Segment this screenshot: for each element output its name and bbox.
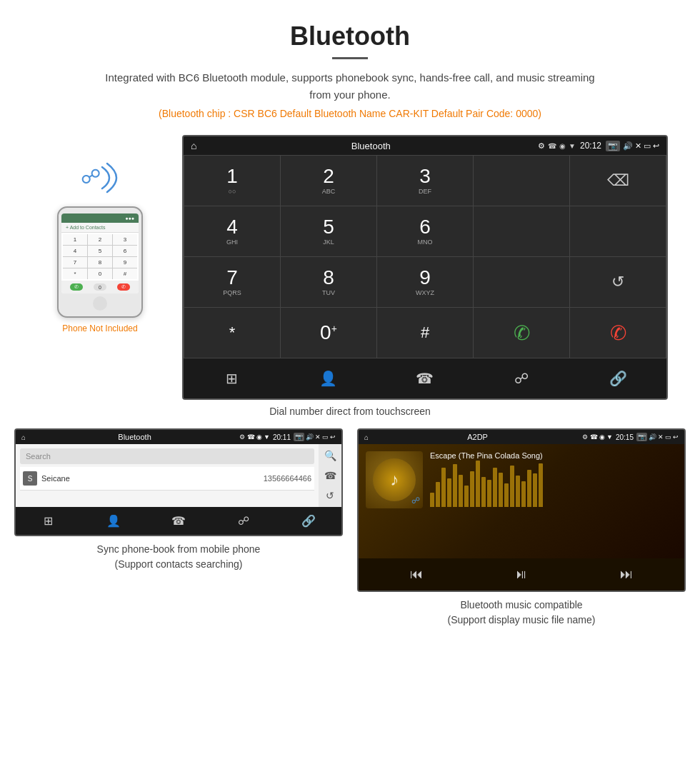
pb-phone-icon[interactable]: ☎ (146, 511, 211, 531)
phone-keypad: 1 2 3 4 5 6 7 8 9 * 0 # (63, 234, 137, 279)
phone-key: 4 (63, 246, 87, 256)
music-wifi-icon: ▼ (606, 433, 613, 441)
dial-key-6[interactable]: 6 MNO (377, 206, 473, 256)
dial-key-star[interactable]: * (184, 308, 280, 358)
camera-icon[interactable]: 📷 (606, 141, 620, 151)
dial-key-delete[interactable]: ⌫ (570, 156, 666, 206)
dial-screen-area: ⌂ Bluetooth ⚙ ☎ ◉ ▼ 20:12 📷 🔊 ✕ ▭ ↩ (182, 135, 668, 400)
usb-icon: ⚙ (538, 141, 545, 151)
pb-main-content: Search S Seicane 13566664466 (16, 444, 319, 507)
phone-key: 5 (88, 246, 112, 256)
phone-key: 3 (113, 234, 137, 245)
eq-bar (510, 466, 514, 507)
dial-key-0[interactable]: 0+ (281, 308, 376, 358)
dial-key-call-green[interactable]: ✆ (474, 308, 569, 358)
pb-contacts-icon[interactable]: 👤 (81, 511, 146, 531)
pb-statusbar: ⌂ Bluetooth ⚙ ☎ ◉ ▼ 20:11 📷 🔊 ✕ ▭ ↩ (16, 430, 341, 444)
dial-key-empty-2 (474, 206, 569, 256)
music-prev-button[interactable]: ⏮ (401, 564, 431, 585)
eq-bar (453, 464, 457, 507)
pb-x-icon[interactable]: ✕ (315, 433, 321, 441)
eq-bar (533, 473, 537, 507)
dial-key-3[interactable]: 3 DEF (377, 156, 473, 206)
music-album-art: ♪ ☍ (366, 451, 423, 508)
music-home-icon[interactable]: ⌂ (364, 433, 369, 441)
pb-link-icon[interactable]: 🔗 (276, 511, 341, 531)
back-icon[interactable]: ↩ (653, 141, 659, 151)
pb-title: Bluetooth (30, 433, 239, 441)
eq-bar (499, 473, 503, 507)
dial-key-empty-1 (474, 156, 569, 206)
dial-key-9[interactable]: 9 WXYZ (377, 257, 473, 307)
eq-bar (441, 468, 446, 507)
phone-key: # (113, 268, 137, 279)
phonebook-screen: ⌂ Bluetooth ⚙ ☎ ◉ ▼ 20:11 📷 🔊 ✕ ▭ ↩ Sear… (14, 428, 343, 536)
music-vol-icon[interactable]: 🔊 (649, 433, 656, 441)
music-controls: ⏮ ⏯ ⏭ (359, 558, 684, 590)
music-cam-icon[interactable]: 📷 (636, 433, 647, 441)
svg-text:☍: ☍ (81, 166, 101, 188)
link-icon[interactable]: 🔗 (570, 364, 666, 393)
phone-key: 1 (63, 234, 87, 245)
page-header: Bluetooth Integrated with BC6 Bluetooth … (0, 0, 700, 135)
dial-key-4[interactable]: 4 GHI (184, 206, 280, 256)
pb-bt-bottom-icon[interactable]: ☍ (211, 511, 276, 531)
dial-key-2[interactable]: 2 ABC (281, 156, 376, 206)
home-icon[interactable]: ⌂ (191, 140, 196, 151)
music-time: 20:15 (616, 433, 634, 441)
dial-key-call-red[interactable]: ✆ (570, 308, 666, 358)
dial-screen-mockup: ⌂ Bluetooth ⚙ ☎ ◉ ▼ 20:12 📷 🔊 ✕ ▭ ↩ (182, 135, 668, 400)
dial-key-7[interactable]: 7 PQRS (184, 257, 280, 307)
phone-screen: ●●● + Add to Contacts 1 2 3 4 5 6 7 8 9 … (61, 213, 139, 293)
bluetooth-specs: (Bluetooth chip : CSR BC6 Default Blueto… (14, 108, 686, 119)
dial-key-1[interactable]: 1 ○○ (184, 156, 280, 206)
grid-icon[interactable]: ⊞ (184, 364, 280, 393)
pb-search-field[interactable]: Search (20, 448, 314, 464)
music-play-pause-button[interactable]: ⏯ (506, 564, 536, 585)
music-back-icon[interactable]: ↩ (673, 433, 679, 441)
pb-contact-row: S Seicane 13566664466 (20, 467, 314, 491)
phone-add-contact: + Add to Contacts (61, 223, 139, 233)
pb-back-icon[interactable]: ↩ (330, 433, 336, 441)
pb-vol-icon[interactable]: 🔊 (306, 433, 314, 441)
phone-side-icon[interactable]: ☎ (324, 470, 336, 481)
music-next-button[interactable]: ⏭ (611, 564, 641, 585)
dial-key-empty-3 (570, 206, 666, 256)
title-underline (332, 57, 368, 59)
phonebook-caption: Sync phone-book from mobile phone (Suppo… (97, 542, 261, 572)
phone-key: 6 (113, 246, 137, 256)
pb-win-icon[interactable]: ▭ (322, 433, 329, 441)
dial-screen-caption: Dial number direct from touchscreen (0, 406, 700, 417)
dial-statusbar: ⌂ Bluetooth ⚙ ☎ ◉ ▼ 20:12 📷 🔊 ✕ ▭ ↩ (184, 136, 666, 155)
eq-bar (459, 475, 463, 507)
reload-side-icon[interactable]: ↺ (326, 490, 334, 501)
bluetooth-status-icon: ☎ (548, 142, 556, 150)
pb-home-icon[interactable]: ⌂ (21, 433, 26, 441)
dial-key-reload[interactable]: ↺ (570, 257, 666, 307)
dial-key-hash[interactable]: # (377, 308, 473, 358)
music-gps-icon: ◉ (599, 433, 605, 441)
music-album-inner: ♪ (373, 458, 416, 501)
window-icon[interactable]: ▭ (644, 141, 651, 151)
pb-cam-icon[interactable]: 📷 (294, 433, 304, 441)
music-note-icon: ♪ (390, 470, 399, 490)
dial-key-8[interactable]: 8 TUV (281, 257, 376, 307)
phone-icon[interactable]: ☎ (376, 364, 473, 393)
phone-bottom-row: ✆ 0 ✆ (61, 281, 139, 293)
eq-bar (481, 477, 486, 507)
contacts-icon[interactable]: 👤 (280, 364, 376, 393)
dialpad-grid: 1 ○○ 2 ABC 3 DEF ⌫ 4 GHI (184, 155, 666, 358)
eq-bar (470, 471, 474, 507)
dial-key-5[interactable]: 5 JKL (281, 206, 376, 256)
search-side-icon[interactable]: 🔍 (324, 450, 336, 461)
music-x-icon[interactable]: ✕ (658, 433, 664, 441)
music-win-icon[interactable]: ▭ (665, 433, 671, 441)
dial-key-empty-4 (474, 257, 569, 307)
bluetooth-signal: ☍ (75, 156, 125, 199)
pb-side-icons: 🔍 ☎ ↺ (319, 444, 341, 507)
eq-bar (487, 480, 491, 507)
bluetooth-icon[interactable]: ☍ (474, 364, 570, 393)
volume-icon[interactable]: 🔊 (623, 141, 633, 151)
close-icon[interactable]: ✕ (635, 141, 641, 151)
pb-grid-icon[interactable]: ⊞ (16, 511, 81, 531)
